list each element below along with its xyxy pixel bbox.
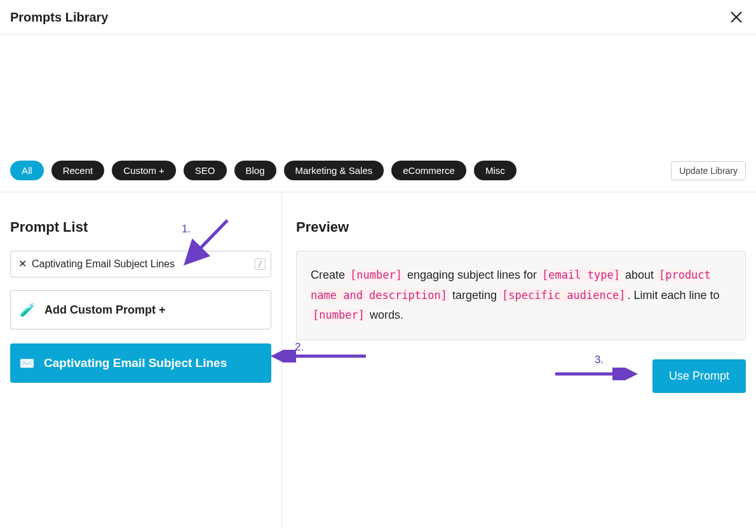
tab-recent[interactable]: Recent bbox=[51, 161, 105, 180]
prompt-item-label: Captivating Email Subject Lines bbox=[44, 356, 227, 370]
tab-marketing-sales[interactable]: Marketing & Sales bbox=[284, 161, 384, 180]
preview-placeholder: [number] bbox=[348, 269, 404, 281]
test-tube-icon: 🧪 bbox=[20, 302, 36, 317]
add-custom-prompt-button[interactable]: 🧪 Add Custom Prompt + bbox=[10, 290, 271, 329]
prompt-item-selected[interactable]: ✉️ Captivating Email Subject Lines bbox=[10, 343, 271, 383]
preview-placeholder: [number] bbox=[311, 309, 367, 321]
prompt-list-panel: Prompt List ✕ / 🧪 Add Custom Prompt + ✉️… bbox=[0, 192, 282, 529]
page-title: Prompts Library bbox=[10, 10, 108, 25]
use-prompt-button[interactable]: Use Prompt bbox=[652, 359, 746, 393]
main-split: Prompt List ✕ / 🧪 Add Custom Prompt + ✉️… bbox=[0, 192, 756, 529]
tab-ecommerce[interactable]: eCommerce bbox=[391, 161, 466, 180]
tab-misc[interactable]: Misc bbox=[474, 161, 516, 180]
preview-text: Create [number] engaging subject lines f… bbox=[296, 251, 746, 340]
prompt-list-title: Prompt List bbox=[10, 219, 271, 236]
clear-search-icon[interactable]: ✕ bbox=[18, 259, 27, 269]
preview-panel: Preview Create [number] engaging subject… bbox=[282, 192, 756, 529]
add-custom-prompt-label: Add Custom Prompt + bbox=[44, 303, 166, 317]
envelope-icon: ✉️ bbox=[19, 356, 35, 371]
tab-custom[interactable]: Custom + bbox=[112, 161, 176, 180]
annotation-arrow-2 bbox=[271, 350, 372, 362]
search-box: ✕ / bbox=[10, 251, 271, 277]
modal-header: Prompts Library bbox=[0, 0, 756, 35]
preview-title: Preview bbox=[296, 219, 746, 236]
annotation-label-2: 2. bbox=[295, 341, 304, 354]
close-icon bbox=[729, 10, 743, 24]
close-button[interactable] bbox=[727, 8, 746, 27]
preview-placeholder: [email type] bbox=[540, 269, 622, 281]
tab-blog[interactable]: Blog bbox=[234, 161, 276, 180]
update-library-button[interactable]: Update Library bbox=[671, 161, 746, 180]
search-input[interactable] bbox=[32, 258, 255, 270]
filter-bar: All Recent Custom + SEO Blog Marketing &… bbox=[0, 161, 756, 192]
annotation-arrow-3 bbox=[550, 368, 639, 380]
tab-seo[interactable]: SEO bbox=[184, 161, 227, 180]
preview-placeholder: [specific audience] bbox=[500, 289, 627, 302]
tab-all[interactable]: All bbox=[10, 161, 44, 180]
annotation-label-3: 3. bbox=[595, 354, 604, 366]
top-spacer bbox=[0, 35, 756, 161]
search-kbd-hint: / bbox=[255, 258, 266, 270]
